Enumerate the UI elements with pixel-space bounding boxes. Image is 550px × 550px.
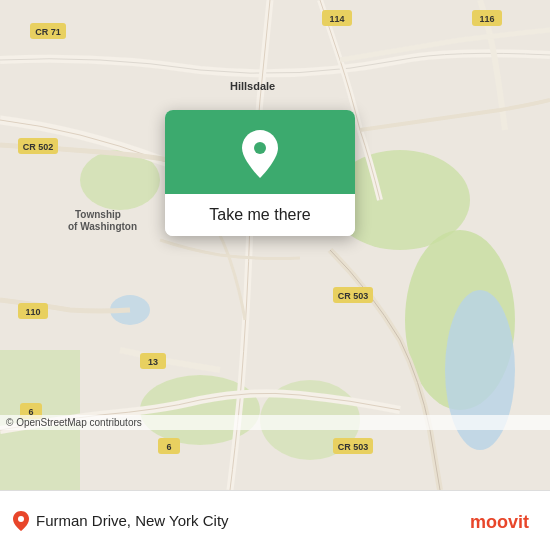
svg-text:of Washington: of Washington — [68, 221, 137, 232]
location-pin-icon — [238, 128, 282, 180]
svg-text:CR 503: CR 503 — [338, 442, 369, 452]
footer-location-text: Furman Drive, New York City — [36, 512, 229, 529]
svg-text:110: 110 — [25, 307, 40, 317]
map-container: CR 71 114 116 CR 502 110 13 6 6 CR 503 C… — [0, 0, 550, 490]
take-me-there-button[interactable]: Take me there — [165, 194, 355, 236]
svg-text:CR 503: CR 503 — [338, 291, 369, 301]
footer-location: Furman Drive, New York City — [12, 510, 468, 532]
popup-card: Take me there — [165, 110, 355, 236]
svg-text:114: 114 — [329, 14, 344, 24]
footer-pin-icon — [12, 510, 30, 532]
svg-text:6: 6 — [166, 442, 171, 452]
svg-text:116: 116 — [479, 14, 494, 24]
copyright-text: © OpenStreetMap contributors — [6, 417, 142, 428]
svg-text:moovit: moovit — [470, 512, 529, 532]
svg-point-32 — [254, 142, 266, 154]
popup-green-area — [165, 110, 355, 194]
svg-text:CR 71: CR 71 — [35, 27, 61, 37]
moovit-logo-svg: moovit — [468, 507, 538, 535]
svg-text:Township: Township — [75, 209, 121, 220]
moovit-logo: moovit — [468, 507, 538, 535]
svg-text:13: 13 — [148, 357, 158, 367]
svg-text:CR 502: CR 502 — [23, 142, 54, 152]
svg-text:Hillsdale: Hillsdale — [230, 80, 275, 92]
copyright-bar: © OpenStreetMap contributors — [0, 415, 550, 430]
svg-point-33 — [18, 516, 24, 522]
footer-bar: Furman Drive, New York City moovit — [0, 490, 550, 550]
